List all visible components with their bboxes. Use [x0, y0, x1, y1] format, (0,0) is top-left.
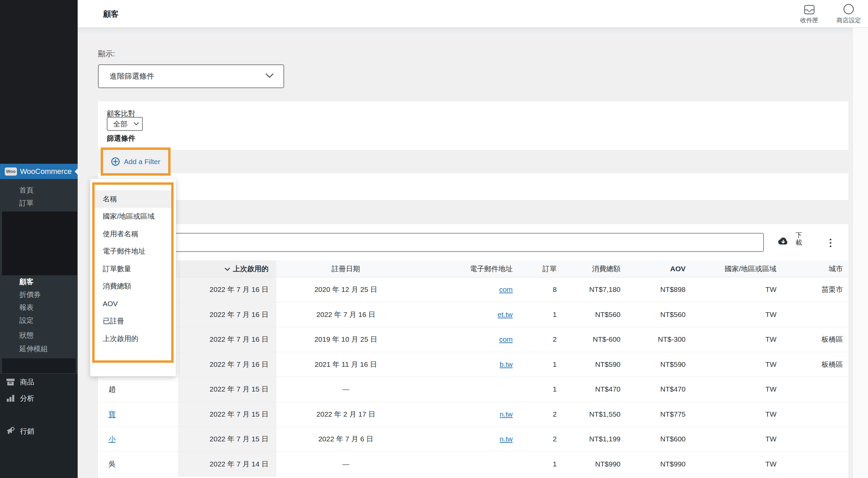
- sidebar-item-label: WooCommerce: [20, 167, 72, 176]
- email-link[interactable]: com: [499, 285, 513, 293]
- email-link[interactable]: n.tw: [499, 435, 513, 443]
- table-row: 2022 年 7 月 16 日 2020 年 12 月 25 日 com 8 N…: [98, 277, 848, 302]
- show-filter-select[interactable]: 進階篩選條件: [98, 64, 284, 88]
- inbox-button[interactable]: 收件匣: [789, 3, 830, 24]
- email-link[interactable]: com: [499, 335, 513, 343]
- filter-option-orders[interactable]: 訂單數量: [95, 260, 171, 278]
- sidebar-item-products[interactable]: 商品: [0, 376, 78, 389]
- table-row: 小 2022 年 7 月 15 日 2022 年 7 月 6 日 n.tw 2 …: [98, 427, 848, 452]
- filter-option-email[interactable]: 電子郵件地址: [95, 243, 171, 260]
- sidebar-item-reports[interactable]: 報表: [0, 302, 78, 313]
- header-email[interactable]: 電子郵件地址: [415, 264, 515, 274]
- sidebar-item-woocommerce[interactable]: Woo WooCommerce: [0, 164, 78, 179]
- main-area: 顧客 收件匣 商店設定 顯示: 進階篩選條件: [78, 0, 868, 478]
- store-setup-button[interactable]: 商店設定: [828, 3, 868, 24]
- add-filter-dropdown: 名稱 國家/地區或區域 使用者名稱 電子郵件地址 訂單數量 消費總額 AOV 已…: [90, 179, 176, 376]
- customer-name: 吳: [98, 459, 178, 469]
- filter-option-country[interactable]: 國家/地區或區域: [95, 208, 171, 225]
- table-row: 2022 年 7 月 16 日 2019 年 10 月 25 日 com 2 N…: [98, 327, 848, 352]
- table-row: 2022 年 7 月 16 日 2022 年 7 月 16 日 et.tw 1 …: [98, 302, 848, 327]
- show-filter-label: 顯示:: [98, 49, 115, 59]
- table-row: 趙 2022 年 7 月 15 日 — 1 NT$470 NT$470 TW: [98, 377, 848, 402]
- page-title: 顧客: [103, 8, 119, 19]
- store-setup-label: 商店設定: [828, 16, 868, 24]
- filter-option-registered[interactable]: 已註冊: [95, 313, 171, 330]
- filter-conditions-label: 篩選條件: [107, 134, 135, 143]
- header-country[interactable]: 國家/地區或區域: [689, 264, 780, 274]
- products-box-icon: [5, 378, 16, 386]
- woocommerce-logo-icon: Woo: [5, 167, 17, 176]
- filter-option-last-active[interactable]: 上次啟用的: [95, 330, 171, 347]
- sidebar-item-orders[interactable]: 訂單: [0, 198, 78, 208]
- chevron-down-icon: [265, 73, 274, 80]
- filter-option-username[interactable]: 使用者名稱: [95, 225, 171, 243]
- woocommerce-customers-page: Woo WooCommerce 首頁 訂單 顧客 折價券 報表 設定 狀態 延伸…: [0, 0, 868, 478]
- redacted-submenu-item: [2, 358, 76, 373]
- download-label[interactable]: 下載: [795, 232, 803, 246]
- sort-chevron-down-icon: [224, 265, 230, 273]
- table-header-row: 上次啟用的 註冊日期 電子郵件地址 訂單 消費總額 AOV 國家/地區或區域 城…: [98, 260, 848, 277]
- bar-chart-icon: [5, 394, 16, 403]
- customers-table: 上次啟用的 註冊日期 電子郵件地址 訂單 消費總額 AOV 國家/地區或區域 城…: [98, 260, 848, 477]
- sidebar-item-status[interactable]: 狀態: [0, 330, 78, 341]
- customer-match-value: 全部: [113, 119, 127, 129]
- email-link[interactable]: n.tw: [499, 410, 513, 418]
- customer-match-select[interactable]: 全部: [107, 117, 143, 131]
- sidebar-item-extensions[interactable]: 延伸模組: [0, 343, 78, 354]
- redacted-sidebar-top: [0, 0, 78, 164]
- sidebar-item-settings[interactable]: 設定: [0, 315, 78, 326]
- more-options-button[interactable]: [825, 235, 835, 250]
- table-row: 吳 2022 年 7 月 14 日 — 1 NT$990 NT$990 TW: [98, 452, 848, 477]
- megaphone-icon: [5, 426, 16, 436]
- header-registered[interactable]: 註冊日期: [276, 264, 415, 274]
- show-filter-value: 進階篩選條件: [110, 71, 154, 81]
- sidebar-item-analytics[interactable]: 分析: [0, 392, 78, 405]
- filter-option-name[interactable]: 名稱: [95, 190, 171, 208]
- header-city[interactable]: 城市: [780, 264, 848, 274]
- inbox-icon: [789, 3, 830, 15]
- chevron-down-icon: [134, 121, 139, 127]
- header-last-active[interactable]: 上次啟用的: [178, 260, 276, 277]
- content-body: 顯示: 進階篩選條件 顧客比對 全部 篩選條件: [78, 28, 868, 478]
- header-orders[interactable]: 訂單: [515, 264, 559, 274]
- header-total-spend[interactable]: 消費總額: [559, 264, 624, 274]
- customer-name: 趙: [98, 384, 178, 394]
- download-cloud-icon[interactable]: [775, 236, 789, 248]
- email-link[interactable]: b.tw: [499, 360, 513, 368]
- top-header-bar: 顧客 收件匣 商店設定: [78, 0, 868, 28]
- filter-options-list: 名稱 國家/地區或區域 使用者名稱 電子郵件地址 訂單數量 消費總額 AOV 已…: [95, 185, 171, 347]
- add-a-filter-button[interactable]: Add a Filter: [101, 147, 171, 176]
- sidebar-item-label: 商品: [20, 377, 34, 387]
- email-link[interactable]: et.tw: [498, 311, 513, 318]
- filter-option-aov[interactable]: AOV: [95, 295, 171, 313]
- add-filter-row: [98, 150, 848, 173]
- sidebar-item-label: 行銷: [20, 426, 34, 436]
- advanced-filters-card: 顧客比對 全部 篩選條件 Add a Filter: [98, 101, 848, 200]
- add-a-filter-label: Add a Filter: [124, 158, 160, 166]
- redacted-submenu-block: [2, 212, 77, 275]
- sidebar-item-marketing[interactable]: 行銷: [0, 425, 78, 438]
- admin-sidebar: Woo WooCommerce 首頁 訂單 顧客 折價券 報表 設定 狀態 延伸…: [0, 0, 78, 478]
- filter-option-total-spend[interactable]: 消費總額: [95, 278, 171, 295]
- sidebar-item-customers[interactable]: 顧客: [0, 276, 78, 287]
- table-row: 寶 2022 年 7 月 15 日 2022 年 2 月 17 日 n.tw 2…: [98, 402, 848, 427]
- table-row: 2022 年 7 月 16 日 2021 年 11 月 16 日 b.tw 1 …: [98, 352, 848, 377]
- customer-name-link[interactable]: 寶: [108, 410, 116, 418]
- scrollbar-track[interactable]: [852, 28, 868, 478]
- sidebar-item-home[interactable]: 首頁: [0, 185, 78, 196]
- inbox-label: 收件匣: [789, 16, 830, 24]
- header-aov[interactable]: AOV: [624, 265, 689, 273]
- highlight-box: 名稱 國家/地區或區域 使用者名稱 電子郵件地址 訂單數量 消費總額 AOV 已…: [92, 182, 174, 363]
- search-customers-input[interactable]: [112, 233, 764, 252]
- store-setup-circle-icon: [828, 3, 868, 15]
- plus-circle-icon: [111, 157, 120, 166]
- customers-table-card: 下載 上次啟用的 註冊日期 電子郵件地址 訂單: [98, 224, 848, 478]
- customer-name-link[interactable]: 小: [108, 435, 116, 443]
- sidebar-item-coupons[interactable]: 折價券: [0, 289, 78, 300]
- sidebar-item-label: 分析: [20, 394, 34, 403]
